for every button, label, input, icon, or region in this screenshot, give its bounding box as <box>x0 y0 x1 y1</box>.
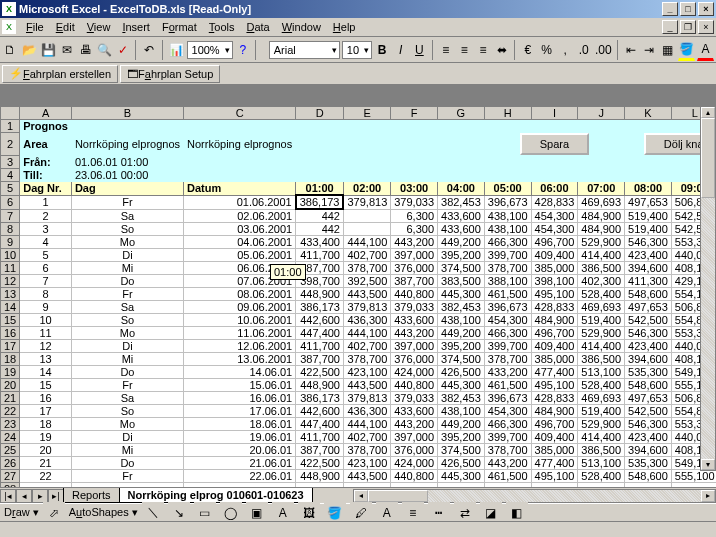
col-header[interactable]: K <box>625 107 672 120</box>
value-cell[interactable]: 445,300 <box>438 379 485 392</box>
datum-cell[interactable]: 19.06.01 <box>184 431 296 444</box>
value-cell[interactable]: 454,300 <box>484 314 531 327</box>
dagnr-cell[interactable]: 11 <box>20 327 72 340</box>
value-cell[interactable]: 424,000 <box>391 457 438 470</box>
draw-menu[interactable]: Draw ▾ <box>4 506 39 519</box>
merge-icon[interactable]: ⬌ <box>493 39 510 61</box>
value-cell[interactable]: 443,500 <box>343 288 390 301</box>
value-cell[interactable]: 428,833 <box>531 195 578 209</box>
value-cell[interactable]: 395,200 <box>438 431 485 444</box>
dag-cell[interactable]: Do <box>71 366 183 379</box>
value-cell[interactable]: 546,300 <box>625 327 672 340</box>
value-cell[interactable]: 376,000 <box>391 444 438 457</box>
till-label[interactable]: Till: <box>20 169 72 182</box>
dag-cell[interactable]: Mi <box>71 444 183 457</box>
horizontal-scrollbar[interactable]: ◂ ▸ <box>353 489 716 503</box>
value-cell[interactable]: 443,200 <box>391 327 438 340</box>
value-cell[interactable]: 440,800 <box>391 379 438 392</box>
row-header[interactable]: 26 <box>1 457 20 470</box>
till-value[interactable]: 23.06.01 00:00 <box>71 169 183 182</box>
value-cell[interactable]: 466,300 <box>484 236 531 249</box>
dagnr-cell[interactable]: 18 <box>20 418 72 431</box>
row-header[interactable]: 27 <box>1 470 20 483</box>
value-cell[interactable]: 386,500 <box>578 444 625 457</box>
value-cell[interactable]: 495,100 <box>531 470 578 483</box>
dag-cell[interactable]: Do <box>71 275 183 288</box>
value-cell[interactable]: 396,673 <box>484 195 531 209</box>
value-cell[interactable]: 378,700 <box>343 262 390 275</box>
value-cell[interactable]: 414,400 <box>578 431 625 444</box>
row-header[interactable]: 18 <box>1 353 20 366</box>
row-header[interactable]: 9 <box>1 236 20 249</box>
dag-cell[interactable]: Di <box>71 249 183 262</box>
value-cell[interactable]: 386,173 <box>296 392 344 405</box>
menu-insert[interactable]: Insert <box>116 19 156 35</box>
value-cell[interactable]: 376,000 <box>391 353 438 366</box>
datum-cell[interactable]: 11.06.2001 <box>184 327 296 340</box>
menu-file[interactable]: FFileile <box>20 19 50 35</box>
value-cell[interactable]: 379,033 <box>391 301 438 314</box>
dagnr-cell[interactable]: 14 <box>20 366 72 379</box>
value-cell[interactable]: 387,700 <box>296 353 344 366</box>
value-cell[interactable]: 519,400 <box>625 223 672 236</box>
dag-cell[interactable]: Fr <box>71 195 183 209</box>
value-cell[interactable]: 497,653 <box>625 392 672 405</box>
percent-icon[interactable]: % <box>538 39 555 61</box>
value-cell[interactable]: 396,673 <box>484 392 531 405</box>
value-cell[interactable]: 484,900 <box>531 314 578 327</box>
dagnr-cell[interactable]: 15 <box>20 379 72 392</box>
empty-cell[interactable] <box>343 483 390 488</box>
hour-header[interactable]: 01:00 <box>296 182 344 196</box>
dag-cell[interactable]: Fr <box>71 379 183 392</box>
value-cell[interactable]: 402,300 <box>578 275 625 288</box>
row-header[interactable]: 7 <box>1 209 20 223</box>
value-cell[interactable]: 378,700 <box>484 353 531 366</box>
value-cell[interactable]: 386,173 <box>296 301 344 314</box>
col-header[interactable]: I <box>531 107 578 120</box>
dag-cell[interactable]: Di <box>71 431 183 444</box>
value-cell[interactable]: 402,700 <box>343 431 390 444</box>
value-cell[interactable]: 385,000 <box>531 353 578 366</box>
value-cell[interactable]: 411,700 <box>296 249 344 262</box>
col-header[interactable]: B <box>71 107 183 120</box>
dagnr-cell[interactable]: 17 <box>20 405 72 418</box>
col-header[interactable]: G <box>438 107 485 120</box>
dag-cell[interactable]: Do <box>71 457 183 470</box>
value-cell[interactable]: 461,500 <box>484 470 531 483</box>
empty-cell[interactable] <box>71 483 183 488</box>
value-cell[interactable]: 496,700 <box>531 418 578 431</box>
hscroll-thumb[interactable] <box>368 490 428 502</box>
doc-restore-button[interactable]: ❐ <box>680 20 696 34</box>
value-cell[interactable]: 444,100 <box>343 418 390 431</box>
value-cell[interactable]: 535,300 <box>625 366 672 379</box>
datum-cell[interactable]: 01.06.2001 <box>184 195 296 209</box>
row-header[interactable]: 28 <box>1 483 20 488</box>
value-cell[interactable]: 461,500 <box>484 379 531 392</box>
dagnr-cell[interactable]: 3 <box>20 223 72 236</box>
value-cell[interactable]: 397,000 <box>391 249 438 262</box>
value-cell[interactable]: 442,600 <box>296 405 344 418</box>
datum-cell[interactable]: 16.06.01 <box>184 392 296 405</box>
value-cell[interactable]: 542,500 <box>625 405 672 418</box>
hour-header[interactable]: 07:00 <box>578 182 625 196</box>
zoom-combo[interactable]: 100% <box>187 41 233 59</box>
value-cell[interactable]: 409,400 <box>531 249 578 262</box>
dag-cell[interactable]: Di <box>71 340 183 353</box>
hdr-dagnr[interactable]: Dag Nr. <box>20 182 72 196</box>
minimize-button[interactable]: _ <box>662 2 678 16</box>
dagnr-cell[interactable]: 21 <box>20 457 72 470</box>
value-cell[interactable]: 542,500 <box>625 314 672 327</box>
datum-cell[interactable]: 15.06.01 <box>184 379 296 392</box>
value-cell[interactable]: 398,100 <box>531 275 578 288</box>
col-header[interactable]: C <box>184 107 296 120</box>
dag-cell[interactable]: Mo <box>71 327 183 340</box>
value-cell[interactable]: 376,000 <box>391 262 438 275</box>
comma-icon[interactable]: , <box>557 39 574 61</box>
font-combo[interactable]: Arial <box>269 41 340 59</box>
value-cell[interactable]: 497,653 <box>625 301 672 314</box>
value-cell[interactable]: 374,500 <box>438 262 485 275</box>
dec-decimal-icon[interactable]: .00 <box>594 39 613 61</box>
value-cell[interactable]: 411,700 <box>296 340 344 353</box>
empty-cell[interactable] <box>438 483 485 488</box>
row-header[interactable]: 22 <box>1 405 20 418</box>
